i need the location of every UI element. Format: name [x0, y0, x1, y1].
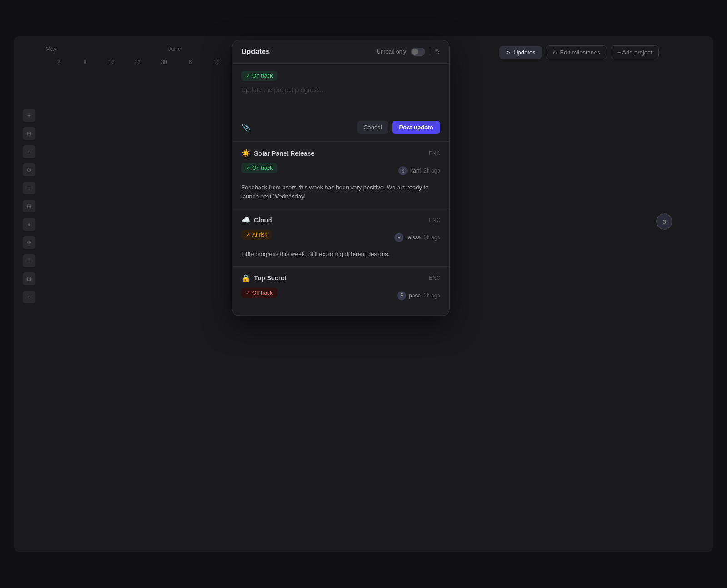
edit-milestones-label: Edit milestones	[560, 49, 600, 56]
cal-date-7: 13	[204, 59, 230, 65]
cloud-time: 3h ago	[423, 234, 440, 241]
add-project-label: + Add project	[617, 49, 652, 56]
edit-milestones-button[interactable]: ⚙ Edit milestones	[546, 45, 607, 59]
notification-badge[interactable]: 3	[656, 213, 672, 230]
cal-date-6: 6	[177, 59, 204, 65]
topsecret-project-name: Top Secret	[254, 274, 286, 282]
panel-content: ↗ On track 📎 Cancel Post update ☀️ Solar…	[232, 64, 449, 316]
updates-label: Updates	[513, 49, 535, 56]
card-meta-topsecret: ↗ Off track P paco 2h ago	[241, 288, 440, 303]
cloud-status-badge[interactable]: ↗ At risk	[241, 230, 272, 240]
solar-icon: ☀️	[241, 149, 250, 158]
cal-date-5: 30	[151, 59, 177, 65]
cloud-author: raissa	[406, 234, 421, 241]
edit-pencil-icon[interactable]: ✎	[435, 48, 440, 55]
solar-project-name: Solar Panel Release	[254, 150, 314, 157]
toggle-knob	[412, 49, 418, 55]
sidebar-icon-3[interactable]: ○	[23, 145, 35, 158]
topsecret-time: 2h ago	[423, 292, 440, 299]
sidebar-icon-1[interactable]: ＋	[23, 109, 35, 122]
month-may: May	[45, 45, 168, 52]
panel-header-controls: Unread only ✎	[377, 48, 440, 56]
solar-status-label: On track	[252, 165, 273, 171]
solar-author: karri	[410, 168, 421, 174]
topsecret-off-track-icon: ↗	[246, 290, 250, 296]
notification-count: 3	[662, 218, 666, 225]
sidebar: ＋ ⊟ ○ ⊙ ＋ ⊞ ● ⊕ ＋ ⊡ ○	[23, 109, 35, 303]
solar-status-badge[interactable]: ↗ On track	[241, 163, 277, 173]
compose-status-badge[interactable]: ↗ On track	[241, 71, 277, 81]
card-header-cloud: ☁️ Cloud ENC	[241, 216, 440, 224]
cloud-at-risk-icon: ↗	[246, 232, 250, 238]
compose-status-label: On track	[252, 73, 273, 79]
updates-button[interactable]: ⚙ Updates	[499, 46, 542, 59]
cal-date-3: 16	[98, 59, 124, 65]
sidebar-icon-7[interactable]: ●	[23, 218, 35, 231]
post-update-button[interactable]: Post update	[392, 121, 440, 134]
topsecret-author: paco	[409, 292, 421, 299]
attach-icon[interactable]: 📎	[241, 123, 250, 132]
raissa-avatar: R	[394, 233, 403, 242]
cloud-project-name: Cloud	[254, 217, 272, 224]
cloud-meta-right: R raissa 3h ago	[394, 233, 440, 242]
update-card-topsecret: 🔒 Top Secret ENC ↗ Off track P paco 2h a…	[232, 267, 449, 316]
unread-label: Unread only	[377, 49, 406, 55]
unread-toggle[interactable]	[411, 48, 425, 56]
on-track-icon: ↗	[246, 73, 250, 79]
sidebar-icon-9[interactable]: ＋	[23, 254, 35, 267]
compose-area: ↗ On track 📎 Cancel Post update	[232, 64, 449, 142]
solar-enc: ENC	[429, 150, 440, 157]
updates-panel: Updates Unread only ✎ ↗ On track 📎 Cance…	[232, 40, 450, 316]
updates-icon: ⚙	[506, 49, 511, 56]
cloud-content: Little progress this week. Still explori…	[241, 250, 440, 259]
cal-date-1: 2	[45, 59, 72, 65]
solar-meta-right: K karri 2h ago	[398, 166, 440, 175]
topsecret-meta-right: P paco 2h ago	[397, 291, 440, 300]
card-header-solar: ☀️ Solar Panel Release ENC	[241, 149, 440, 158]
add-project-button[interactable]: + Add project	[611, 45, 659, 59]
card-title-group-cloud: ☁️ Cloud	[241, 216, 272, 224]
card-title-group-topsecret: 🔒 Top Secret	[241, 274, 286, 282]
month-june: June	[168, 45, 181, 52]
cancel-button[interactable]: Cancel	[357, 121, 388, 134]
toolbar: ⚙ Updates ⚙ Edit milestones + Add projec…	[499, 45, 659, 59]
card-meta-cloud: ↗ At risk R raissa 3h ago	[241, 230, 440, 245]
cal-date-2: 9	[72, 59, 98, 65]
sidebar-icon-5[interactable]: ＋	[23, 182, 35, 194]
solar-content: Feedback from users this week has been v…	[241, 183, 440, 201]
compose-actions: Cancel Post update	[357, 121, 440, 134]
topsecret-status-label: Off track	[252, 290, 273, 296]
lock-icon: 🔒	[241, 274, 250, 282]
sidebar-icon-11[interactable]: ○	[23, 291, 35, 303]
sidebar-icon-8[interactable]: ⊕	[23, 236, 35, 249]
compose-input[interactable]	[241, 86, 440, 114]
sidebar-icon-2[interactable]: ⊟	[23, 127, 35, 140]
cloud-status-label: At risk	[252, 232, 267, 238]
sidebar-icon-4[interactable]: ⊙	[23, 163, 35, 176]
card-meta-solar: ↗ On track K karri 2h ago	[241, 163, 440, 178]
sidebar-icon-10[interactable]: ⊡	[23, 272, 35, 285]
cloud-enc: ENC	[429, 217, 440, 223]
update-card-cloud: ☁️ Cloud ENC ↗ At risk R raissa 3h ago L…	[232, 208, 449, 267]
card-title-group-solar: ☀️ Solar Panel Release	[241, 149, 314, 158]
cloud-icon: ☁️	[241, 216, 250, 224]
card-header-topsecret: 🔒 Top Secret ENC	[241, 274, 440, 282]
update-card-solar: ☀️ Solar Panel Release ENC ↗ On track K …	[232, 142, 449, 208]
milestone-icon: ⚙	[553, 49, 558, 56]
topsecret-status-badge[interactable]: ↗ Off track	[241, 288, 277, 298]
topsecret-enc: ENC	[429, 275, 440, 281]
solar-on-track-icon: ↗	[246, 165, 250, 171]
compose-footer: 📎 Cancel Post update	[241, 121, 440, 134]
sidebar-icon-6[interactable]: ⊞	[23, 200, 35, 212]
solar-time: 2h ago	[423, 168, 440, 174]
paco-avatar: P	[397, 291, 406, 300]
karri-avatar: K	[398, 166, 408, 175]
cal-date-4: 23	[124, 59, 151, 65]
panel-title: Updates	[241, 48, 270, 56]
panel-header: Updates Unread only ✎	[232, 40, 449, 64]
header-divider	[430, 48, 430, 55]
